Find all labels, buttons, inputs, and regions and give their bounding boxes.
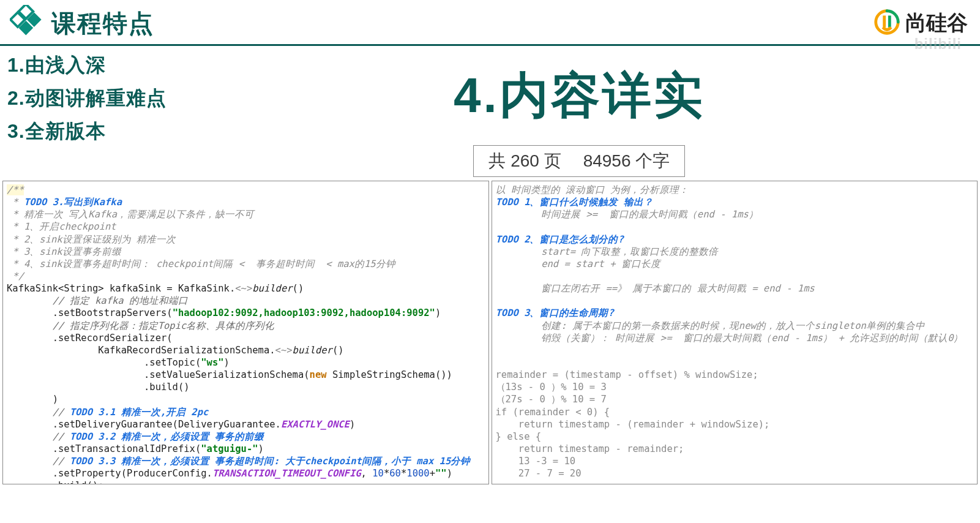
feature-item-2: 2.动图讲解重难点 — [7, 85, 166, 112]
code-keyword: new — [310, 369, 327, 380]
code-line: start= 向下取整，取窗口长度的整数倍 — [496, 246, 719, 257]
code-todo: TODO 3.3 精准一次，必须设置 事务超时时间: 大于checkpoint间… — [70, 456, 471, 467]
code-token: () — [293, 283, 304, 294]
code-token: // — [7, 456, 70, 467]
upper-section: 1.由浅入深 2.动图讲解重难点 3.全新版本 4.内容详实 共 260 页 8… — [0, 46, 980, 181]
code-line: 13 -3 = 10 — [496, 456, 576, 467]
code-todo: TODO 2、窗口是怎么划分的? — [496, 234, 624, 245]
code-token: * — [401, 468, 406, 479]
code-line: 创建: 属于本窗口的第一条数据来的时候，现new的，放入一个singleton单… — [496, 320, 925, 331]
highlight-title: 4.内容详实 — [454, 63, 705, 129]
code-line: 销毁（关窗）： 时间进展 >= 窗口的最大时间戳（end - 1ms） + 允许… — [496, 333, 963, 344]
code-string: "hadoop102:9092,hadoop103:9092,hadoop104… — [173, 307, 435, 318]
code-token: // — [7, 431, 70, 442]
code-todo: TODO 3.写出到Kafka — [24, 197, 122, 208]
code-line: if (remainder < 0) { — [496, 407, 610, 418]
code-line: .setRecordSerializer( — [7, 333, 173, 344]
code-line: end = start + 窗口长度 — [496, 258, 660, 269]
code-line: // 指定序列化器：指定Topic名称、具体的序列化 — [7, 320, 274, 331]
code-line: return timestamp - remainder; — [496, 443, 684, 454]
code-line: * 2、sink设置保证级别为 精准一次 — [7, 234, 176, 245]
code-token: ) — [224, 357, 230, 368]
code-line: * 1、开启checkpoint — [7, 221, 116, 232]
header-left: 课程特点 — [10, 5, 154, 42]
code-todo: TODO 3、窗口的生命周期? — [496, 307, 614, 318]
code-line: // 指定 kafka 的地址和端口 — [7, 295, 188, 306]
code-line: KafkaSink<String> kafkaSink = KafkaSink. — [7, 283, 235, 294]
diamond-icon — [10, 5, 44, 42]
code-line: /** — [7, 184, 24, 195]
code-todo: TODO 3.2 精准一次，必须设置 事务的前缀 — [70, 431, 264, 442]
code-num: 10 — [372, 468, 384, 479]
code-token: .setValueSerializationSchema( — [7, 369, 310, 380]
code-token: KafkaRecordSerializationSchema. — [7, 345, 275, 356]
stats-pages: 共 260 页 — [488, 149, 561, 173]
code-token: () — [332, 345, 344, 356]
code-line: * 精准一次 写入Kafka，需要满足以下条件，缺一不可 — [7, 209, 254, 220]
code-string: "" — [435, 468, 447, 479]
code-line: } else { — [496, 431, 542, 442]
code-token: <~> — [275, 345, 293, 356]
code-line: 27 - 7 = 20 — [496, 468, 582, 479]
code-line: （27s - 0 ）% 10 = 7 — [496, 394, 607, 405]
code-const: TRANSACTION_TIMEOUT_CONFIG — [212, 468, 361, 479]
code-line: 以 时间类型的 滚动窗口 为例，分析原理： — [496, 184, 689, 195]
code-num: 60 — [389, 468, 401, 479]
svg-rect-4 — [883, 15, 886, 27]
code-const: EXACTLY_ONCE — [281, 419, 350, 430]
code-token: ) — [447, 468, 452, 479]
code-token: .setTopic( — [7, 357, 201, 368]
code-token: builder — [252, 283, 292, 294]
svg-rect-5 — [888, 15, 891, 27]
stats-box: 共 260 页 84956 个字 — [473, 145, 685, 177]
feature-item-3: 3.全新版本 — [7, 118, 166, 145]
code-line: .build(); — [7, 480, 104, 484]
code-line: * 4、sink设置事务超时时间： checkpoint间隔 < 事务超时时间 … — [7, 258, 395, 269]
code-token: .setDeliveryGuarantee(DeliveryGuarantee. — [7, 419, 281, 430]
code-token: ) — [258, 443, 264, 454]
code-line: * 3、sink设置事务前缀 — [7, 246, 121, 257]
brand-logo-icon — [872, 7, 902, 39]
feature-item-1: 1.由浅入深 — [7, 52, 166, 79]
stats-words: 84956 个字 — [583, 149, 670, 173]
code-line: 窗口左闭右开 ==》 属于本窗口的 最大时间戳 = end - 1ms — [496, 283, 815, 294]
code-string: "atguigu-" — [201, 443, 258, 454]
code-line: return timestamp - (remainder + windowSi… — [496, 419, 770, 430]
code-line: */ — [7, 271, 24, 282]
brand-logo: 尚硅谷 — [872, 7, 968, 39]
code-token: , — [361, 468, 373, 479]
brand-logo-text: 尚硅谷 — [905, 9, 968, 37]
page-title: 课程特点 — [51, 7, 154, 40]
code-line: * — [7, 197, 24, 208]
code-todo: TODO 3.1 精准一次,开启 2pc — [70, 407, 209, 418]
code-token: ) — [350, 419, 355, 430]
header: 课程特点 尚硅谷 — [0, 0, 980, 46]
code-pane-right: 以 时间类型的 滚动窗口 为例，分析原理： TODO 1、窗口什么时候触发 输出… — [492, 181, 978, 484]
code-token: + — [430, 468, 435, 479]
code-todo: TODO 1、窗口什么时候触发 输出？ — [496, 197, 653, 208]
code-num: 1000 — [406, 468, 429, 479]
code-token: .setTransactionalIdPrefix( — [7, 443, 201, 454]
highlight-area: 4.内容详实 共 260 页 84956 个字 — [191, 50, 968, 177]
code-token: .setProperty(ProducerConfig. — [7, 468, 212, 479]
code-token: builder — [293, 345, 332, 356]
code-string: "ws" — [201, 357, 223, 368]
code-line: 时间进展 >= 窗口的最大时间戳（end - 1ms） — [496, 209, 758, 220]
code-pane-left: /** * TODO 3.写出到Kafka * 精准一次 写入Kafka，需要满… — [2, 181, 489, 484]
code-token: .setBootstrapServers( — [7, 307, 173, 318]
code-token: ) — [435, 307, 441, 318]
feature-list: 1.由浅入深 2.动图讲解重难点 3.全新版本 — [5, 50, 166, 177]
code-line: .build() — [7, 382, 190, 393]
code-token: // — [7, 407, 70, 418]
lower-section: /** * TODO 3.写出到Kafka * 精准一次 写入Kafka，需要满… — [0, 181, 980, 484]
code-line: ) — [7, 394, 58, 405]
code-token: * — [384, 468, 389, 479]
code-token: <~> — [235, 283, 252, 294]
code-line: （13s - 0 ）% 10 = 3 — [496, 382, 607, 393]
code-token: SimpleStringSchema()) — [327, 369, 452, 380]
code-line: remainder = (timestamp - offset) % windo… — [496, 369, 758, 380]
